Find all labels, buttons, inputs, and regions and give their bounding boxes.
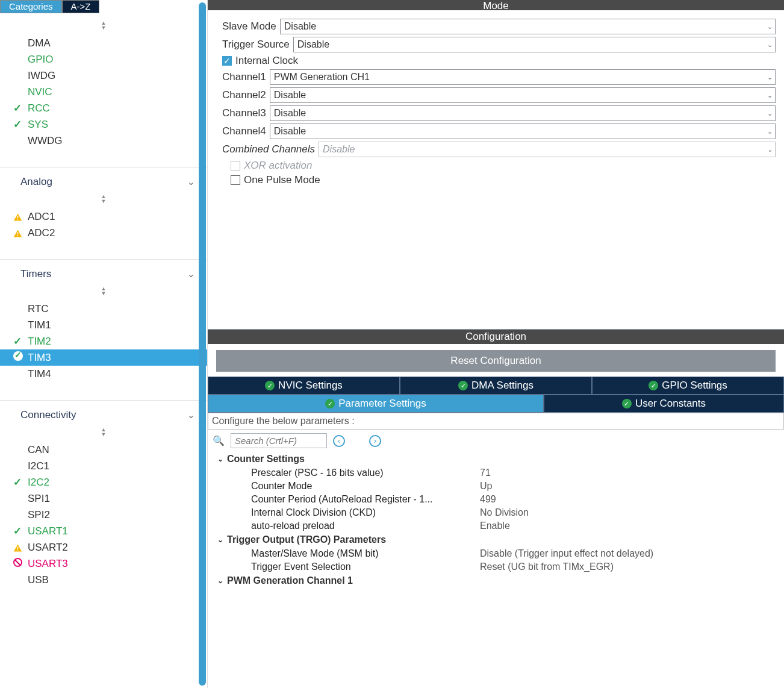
chevron-down-icon: ⌄ [767,110,773,117]
sidebar-item-usart1[interactable]: ✓USART1 [0,523,207,539]
slave-mode-select[interactable]: Disable⌄ [280,19,776,34]
main-panel: Mode Slave Mode Disable⌄ Trigger Source … [208,0,784,688]
category-connectivity[interactable]: Connectivity⌄ [0,405,207,425]
sidebar-item-spi2[interactable]: SPI2 [0,507,207,523]
check-circle-icon: ✓ [265,381,275,390]
tab-gpio-settings[interactable]: ✓GPIO Settings [592,377,784,395]
scrollbar[interactable] [199,2,206,686]
reset-configuration-button[interactable]: Reset Configuration [216,350,776,372]
check-circle-icon: ✓ [649,381,658,390]
sidebar-item-label: TIM3 [28,352,51,364]
param-row[interactable]: Counter ModeUp [213,480,779,493]
sidebar-item-dma[interactable]: DMA [0,35,207,51]
sidebar-item-tim3[interactable]: TIM3 [0,349,207,366]
sidebar-item-tim4[interactable]: TIM4 [0,366,207,382]
sidebar-item-usb[interactable]: USB [0,572,207,588]
channel3-label: Channel3 [222,107,266,119]
xor-label: XOR activation [244,160,312,172]
chevron-down-icon: ⌄ [767,92,773,99]
sidebar-item-adc1[interactable]: ADC1 [0,208,207,225]
sidebar-item-label: TIM2 [28,336,51,348]
sidebar-item-usart3[interactable]: USART3 [0,555,207,572]
param-row[interactable]: auto-reload preloadEnable [213,519,779,533]
param-group-header[interactable]: ⌄ PWM Generation Channel 1 [213,574,779,588]
check-icon: ✓ [13,525,22,537]
param-row[interactable]: Trigger Event SelectionReset (UG bit fro… [213,560,779,574]
sidebar-item-can[interactable]: CAN [0,442,207,458]
search-input[interactable] [231,433,327,448]
check-icon: ✓ [13,477,22,488]
one-pulse-checkbox[interactable] [231,175,240,185]
param-key: Trigger Event Selection [251,561,480,572]
sidebar-item-i2c1[interactable]: I2C1 [0,458,207,474]
channel1-select[interactable]: PWM Generation CH1⌄ [270,69,776,85]
warning-icon [13,227,22,239]
sidebar-item-nvic[interactable]: NVIC [0,84,207,100]
param-group-header[interactable]: ⌄ Counter Settings [213,452,779,466]
sidebar-item-iwdg[interactable]: IWDG [0,67,207,84]
sidebar-item-i2c2[interactable]: ✓I2C2 [0,474,207,490]
channel2-select[interactable]: Disable⌄ [270,87,776,103]
warning-icon [13,211,22,222]
channel3-select[interactable]: Disable⌄ [270,105,776,121]
sidebar-item-label: TIM4 [28,368,51,380]
param-row[interactable]: Counter Period (AutoReload Register - 1.… [213,493,779,506]
sidebar-item-label: WWDG [28,135,63,147]
sort-handle-icon[interactable] [0,284,207,297]
sidebar-item-rcc[interactable]: ✓RCC [0,100,207,116]
sidebar: Categories A->Z DMAGPIOIWDGNVIC✓RCC✓SYSW… [0,0,208,688]
tab-dma-settings[interactable]: ✓DMA Settings [400,377,592,395]
svg-rect-7 [17,546,19,549]
sort-handle-icon[interactable] [0,18,207,31]
sidebar-item-label: DMA [28,37,51,49]
sidebar-item-label: USART3 [28,558,68,570]
channel4-select[interactable]: Disable⌄ [270,124,776,139]
chevron-down-icon: ⌄ [767,128,773,136]
tab-user-constants[interactable]: ✓User Constants [544,395,784,413]
sort-handle-icon[interactable] [0,192,207,205]
tab-categories[interactable]: Categories [0,0,62,13]
sidebar-item-label: USB [28,574,49,586]
configuration-title: Configuration [208,330,784,344]
next-result-button[interactable]: › [369,435,381,447]
sidebar-item-label: RCC [28,102,50,114]
internal-clock-checkbox[interactable]: ✓ [222,56,232,66]
check-icon: ✓ [13,336,22,347]
sidebar-item-spi1[interactable]: SPI1 [0,490,207,507]
sidebar-item-label: NVIC [28,86,52,98]
sidebar-item-tim1[interactable]: TIM1 [0,317,207,333]
tab-parameter-settings[interactable]: ✓Parameter Settings [208,395,544,413]
sidebar-item-wwdg[interactable]: WWDG [0,133,207,149]
combined-channels-select: Disable⌄ [319,142,776,157]
sidebar-item-adc2[interactable]: ADC2 [0,225,207,241]
sidebar-item-tim2[interactable]: ✓TIM2 [0,333,207,349]
sidebar-item-sys[interactable]: ✓SYS [0,116,207,133]
sidebar-item-rtc[interactable]: RTC [0,301,207,317]
param-row[interactable]: Master/Slave Mode (MSM bit)Disable (Trig… [213,547,779,560]
trigger-source-select[interactable]: Disable⌄ [293,37,776,52]
sort-handle-icon[interactable] [0,425,207,438]
sidebar-item-label: GPIO [28,54,54,66]
chevron-down-icon: ⌄ [217,577,223,585]
tab-az[interactable]: A->Z [62,0,100,13]
internal-clock-label: Internal Clock [235,55,298,67]
chevron-down-icon: ⌄ [217,536,223,544]
param-key: Internal Clock Division (CKD) [251,507,480,518]
check-circle-icon: ✓ [458,381,468,390]
category-timers[interactable]: Timers⌄ [0,264,207,284]
check-circle-icon: ✓ [325,399,335,408]
mode-title: Mode [208,0,784,10]
param-row[interactable]: Prescaler (PSC - 16 bits value)71 [213,466,779,480]
ban-icon [13,558,22,567]
combined-channels-label: Combined Channels [222,143,315,155]
prev-result-button[interactable]: ‹ [333,435,345,447]
sidebar-item-gpio[interactable]: GPIO [0,51,207,67]
param-value: Up [480,481,779,492]
tab-nvic-settings[interactable]: ✓NVIC Settings [208,377,400,395]
category-analog[interactable]: Analog⌄ [0,172,207,192]
sidebar-item-usart2[interactable]: USART2 [0,539,207,555]
sidebar-item-label: SPI1 [28,493,50,505]
param-group-header[interactable]: ⌄ Trigger Output (TRGO) Parameters [213,533,779,547]
chevron-down-icon: ⌄ [187,177,195,187]
param-row[interactable]: Internal Clock Division (CKD)No Division [213,506,779,519]
